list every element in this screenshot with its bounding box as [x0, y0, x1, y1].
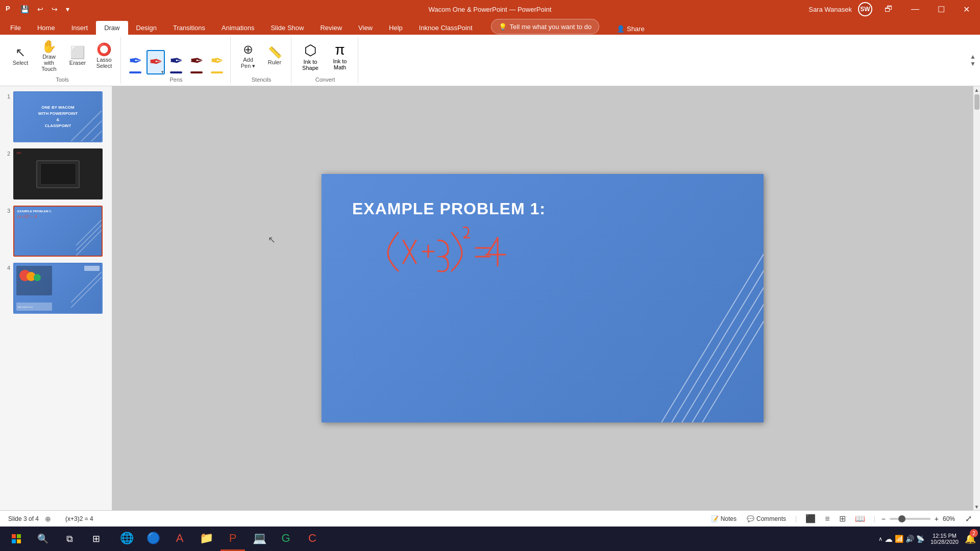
stencils-group: ⊕ AddPen ▾ 📏 Ruler Stencils	[232, 37, 291, 84]
notes-label: Notes	[721, 515, 737, 522]
scroll-thumb[interactable]	[974, 94, 979, 110]
notes-btn[interactable]: 📝 Notes	[708, 514, 740, 523]
tab-view[interactable]: View	[350, 21, 381, 35]
scroll-track	[973, 93, 980, 503]
outline-view-btn[interactable]: ≡	[822, 513, 832, 524]
pen-darkred-button[interactable]: ✒	[187, 50, 206, 74]
explorer-icon: 📁	[200, 532, 213, 545]
undo-qat-btn[interactable]: ↩	[35, 4, 45, 14]
taskbar-network-icon[interactable]: 📡	[916, 535, 924, 543]
eraser-button[interactable]: ⬜ Eraser	[65, 44, 90, 68]
ink-to-shape-button[interactable]: ⬡ Ink toShape	[297, 40, 324, 73]
ink-to-math-button[interactable]: π Ink toMath	[326, 40, 354, 72]
tablet-taskbar-btn[interactable]: 💻	[247, 527, 272, 551]
slide-item-3[interactable]: 3 EXAMPLE PROBLEM 1: (x+3)² = 4	[2, 205, 110, 258]
draw-with-touch-button[interactable]: ✋ Draw withTouch	[35, 38, 63, 74]
tell-me-search[interactable]: 💡 Tell me what you want to do	[491, 19, 599, 34]
taskbar-clock[interactable]: 12:15 PM 10/28/2020	[926, 533, 963, 545]
canvas-area[interactable]: ↖ EXAMPLE PROBLEM 1:	[112, 86, 973, 510]
tab-home[interactable]: Home	[29, 21, 63, 35]
pen-red-button[interactable]: ✒ ▾	[146, 50, 165, 74]
ribbon-scroll-area: ▲ ▼	[970, 37, 976, 84]
maximize-btn[interactable]: ☐	[932, 3, 951, 16]
fit-slide-btn[interactable]: ⊕	[45, 515, 51, 523]
pens-group-label: Pens	[169, 74, 182, 83]
scroll-down-btn[interactable]: ▼	[973, 503, 980, 510]
zoom-in-btn[interactable]: +	[935, 515, 939, 523]
tab-draw[interactable]: Draw	[96, 21, 128, 35]
slide-equation	[383, 225, 546, 278]
tab-insert[interactable]: Insert	[63, 21, 96, 35]
zoom-level[interactable]: 60%	[943, 515, 961, 522]
explorer-taskbar-btn[interactable]: 📁	[194, 527, 218, 551]
slide-item-1[interactable]: 1 ONE BY WACOMWITH POWERPOINT&CLASSPOINT	[2, 90, 110, 143]
share-button[interactable]: 👤 Share	[611, 23, 650, 35]
greenapp-icon: G	[281, 532, 290, 545]
pen-darkred-icon: ✒	[190, 51, 204, 70]
powerpoint-taskbar-btn[interactable]: P	[220, 527, 245, 551]
tab-design[interactable]: Design	[128, 21, 165, 35]
pen-yellow-button[interactable]: ✒	[208, 50, 226, 74]
tab-slideshow[interactable]: Slide Show	[262, 21, 312, 35]
title-bar-title: Wacom One & PowerPoint — PowerPoint	[429, 6, 552, 13]
notification-area[interactable]: 🔔 2	[965, 533, 976, 544]
tab-transitions[interactable]: Transitions	[165, 21, 213, 35]
zoom-out-btn[interactable]: −	[881, 515, 886, 523]
convert-group-label: Convert	[315, 74, 335, 83]
right-scrollbar[interactable]: ▲ ▼	[973, 86, 980, 510]
tab-animations[interactable]: Animations	[213, 21, 262, 35]
redapp-taskbar-btn[interactable]: C	[300, 527, 325, 551]
ruler-button[interactable]: 📏 Ruler	[262, 45, 287, 67]
pen-blue-icon: ✒	[129, 51, 142, 70]
chrome-taskbar-btn[interactable]: 🔵	[141, 527, 165, 551]
tools-items: ↖ Select ✋ Draw withTouch ⬜ Eraser ⭕ Las…	[8, 38, 116, 74]
cloud-icon[interactable]: ☁	[885, 534, 893, 544]
network-icon[interactable]: 📶	[895, 535, 903, 543]
save-qat-btn[interactable]: 💾	[18, 4, 31, 14]
svg-line-8	[71, 272, 102, 303]
greenapp-taskbar-btn[interactable]: G	[274, 527, 298, 551]
normal-view-btn[interactable]: ⬛	[803, 513, 818, 524]
user-avatar[interactable]: SW	[858, 2, 872, 16]
slide-item-4[interactable]: 4 slide caption text	[2, 262, 110, 315]
close-btn[interactable]: ✕	[957, 3, 976, 16]
slide-thumb-1[interactable]: ONE BY WACOMWITH POWERPOINT&CLASSPOINT	[13, 91, 103, 142]
up-arrow-icon[interactable]: ∧	[878, 536, 883, 542]
apps-taskbar-btn[interactable]: ⊞	[84, 527, 108, 551]
redo-qat-btn[interactable]: ↪	[50, 4, 60, 14]
tab-file[interactable]: File	[2, 21, 29, 35]
acrobat-taskbar-btn[interactable]: A	[167, 527, 192, 551]
slide-thumb-2[interactable]: TAP	[13, 148, 103, 199]
restore-down-icon[interactable]: 🗗	[878, 3, 899, 16]
tab-inknoe[interactable]: Inknoe ClassPoint	[411, 21, 481, 35]
ribbon-scroll-down[interactable]: ▼	[970, 60, 976, 67]
powerpoint-icon: P	[4, 3, 14, 16]
start-button[interactable]	[4, 527, 29, 551]
volume-icon[interactable]: 🔊	[905, 535, 914, 543]
slide-thumb-3[interactable]: EXAMPLE PROBLEM 1: (x+3)² = 4	[13, 206, 103, 257]
pen-darkblue-button[interactable]: ✒	[167, 50, 185, 74]
chrome-icon: 🔵	[146, 532, 160, 545]
tab-help[interactable]: Help	[381, 21, 411, 35]
fit-width-btn[interactable]: ⤢	[965, 514, 972, 523]
lasso-select-button[interactable]: ⭕ LassoSelect	[92, 41, 116, 71]
tab-review[interactable]: Review	[312, 21, 350, 35]
zoom-slider[interactable]	[890, 518, 930, 520]
slide-thumb-4[interactable]: slide caption text	[13, 263, 103, 314]
edge-taskbar-btn[interactable]: 🌐	[114, 527, 139, 551]
search-taskbar-btn[interactable]: 🔍	[31, 527, 55, 551]
customize-qat-btn[interactable]: ▾	[64, 4, 71, 14]
reading-view-btn[interactable]: 📖	[852, 513, 868, 524]
task-view-btn[interactable]: ⧉	[57, 527, 82, 551]
ribbon-scroll-up[interactable]: ▲	[970, 53, 976, 60]
slide-sorter-btn[interactable]: ⊞	[837, 513, 848, 524]
scroll-up-btn[interactable]: ▲	[973, 86, 980, 93]
comments-label: Comments	[756, 515, 786, 522]
slide-item-2[interactable]: 2 TAP	[2, 147, 110, 201]
pen-blue-button[interactable]: ✒	[126, 50, 144, 74]
comments-btn[interactable]: 💬 Comments	[744, 514, 789, 523]
minimize-btn[interactable]: —	[905, 3, 925, 16]
main-slide[interactable]: EXAMPLE PROBLEM 1:	[322, 174, 764, 422]
add-pen-button[interactable]: ⊕ AddPen ▾	[236, 41, 260, 71]
select-button[interactable]: ↖ Select	[8, 44, 33, 68]
